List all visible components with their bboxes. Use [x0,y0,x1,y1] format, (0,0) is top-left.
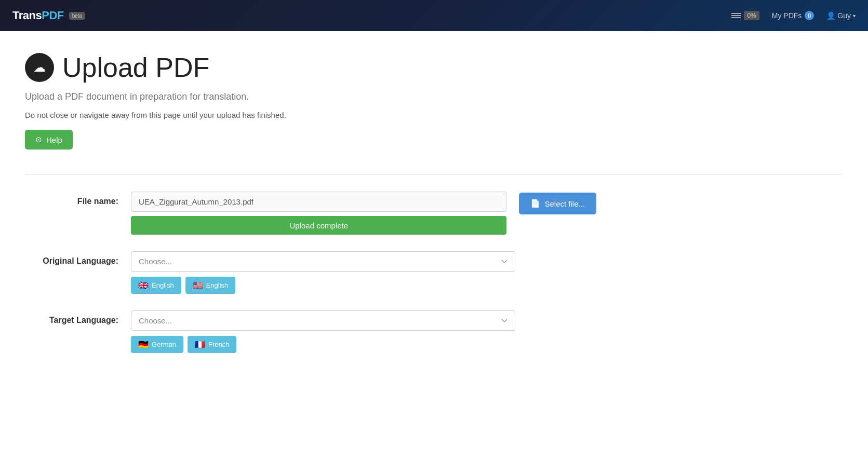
user-icon: 👤 [826,11,835,20]
original-language-control-group: Choose... 🇬🇧 English 🇺🇸 English [131,251,515,294]
my-pdfs-label: My PDFs [772,11,802,20]
original-lang-english-gb-label: English [152,281,174,289]
select-file-label: Select file... [544,199,585,208]
original-lang-quick-btns: 🇬🇧 English 🇺🇸 English [131,277,515,294]
target-lang-btn-german[interactable]: 🇩🇪 German [131,336,183,353]
file-icon: 📄 [530,199,540,208]
nav-right-area: 0% My PDFs 0 👤 Guy ▾ [731,11,856,20]
progress-percent: 0% [744,11,759,20]
progress-lines-icon [731,13,741,18]
page-warning: Do not close or navigate away from this … [25,111,843,119]
page-subtitle: Upload a PDF document in preparation for… [25,91,843,102]
page-title-row: ☁ Upload PDF [25,52,843,83]
my-pdfs-link[interactable]: My PDFs 0 [772,11,814,20]
select-file-button[interactable]: 📄 Select file... [519,193,596,214]
top-nav: TransPDF beta 0% My PDFs 0 👤 Guy ▾ [0,0,868,31]
brand-logo: TransPDF [12,9,64,22]
target-lang-french-label: French [208,341,229,348]
original-language-label: Original Language: [25,251,118,266]
help-icon: ⊙ [35,135,42,144]
original-lang-btn-english-gb[interactable]: 🇬🇧 English [131,277,181,294]
us-flag-icon: 🇺🇸 [193,280,203,290]
help-button[interactable]: ⊙ Help [25,130,73,150]
gb-flag-icon: 🇬🇧 [138,280,149,290]
nav-brand-area: TransPDF beta [12,9,85,22]
file-name-control-group: Upload complete [131,192,506,235]
target-language-control-group: Choose... 🇩🇪 German 🇫🇷 French [131,310,515,353]
original-language-select[interactable]: Choose... [131,251,515,272]
target-lang-german-label: German [152,341,176,348]
my-pdfs-count: 0 [805,11,814,20]
original-language-row: Original Language: Choose... 🇬🇧 English … [25,251,596,294]
de-flag-icon: 🇩🇪 [138,340,149,349]
fr-flag-icon: 🇫🇷 [195,340,205,349]
upload-progress-bar: Upload complete [131,216,506,235]
target-language-row: Target Language: Choose... 🇩🇪 German 🇫🇷 … [25,310,596,353]
user-name: Guy [837,11,851,20]
nav-progress: 0% [731,11,759,20]
help-label: Help [46,136,62,144]
upload-cloud-icon: ☁ [25,53,54,82]
file-name-label: File name: [25,192,118,206]
target-language-select[interactable]: Choose... [131,310,515,331]
main-content: ☁ Upload PDF Upload a PDF document in pr… [0,31,868,390]
upload-form: File name: Upload complete 📄 Select file… [25,192,596,353]
section-divider [25,174,843,175]
target-language-label: Target Language: [25,310,118,325]
page-title: Upload PDF [62,52,209,83]
target-lang-quick-btns: 🇩🇪 German 🇫🇷 French [131,336,515,353]
target-lang-btn-french[interactable]: 🇫🇷 French [188,336,236,353]
upload-status-text: Upload complete [289,221,348,230]
user-menu[interactable]: 👤 Guy ▾ [826,11,856,20]
file-name-row: File name: Upload complete 📄 Select file… [25,192,596,235]
file-name-input[interactable] [131,192,506,212]
beta-badge: beta [69,12,85,20]
original-lang-btn-english-us[interactable]: 🇺🇸 English [185,277,236,294]
chevron-down-icon: ▾ [853,13,856,19]
original-lang-english-us-label: English [206,281,229,289]
